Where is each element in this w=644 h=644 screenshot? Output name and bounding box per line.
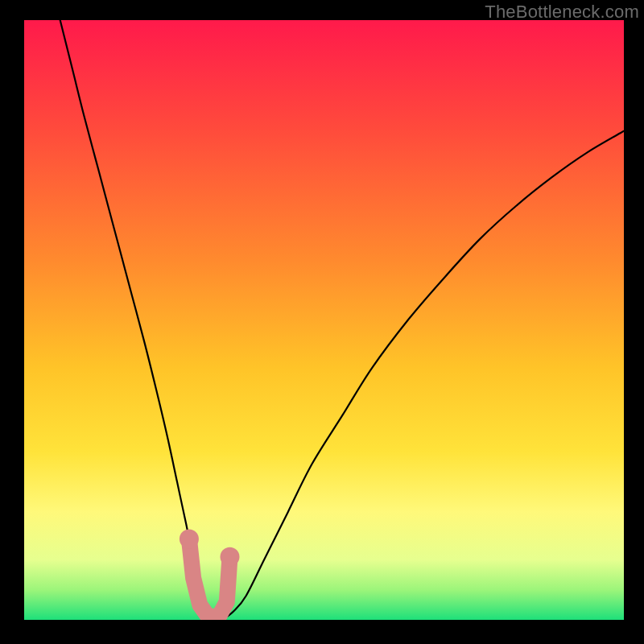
gradient-background [24,20,624,620]
plot-area [24,20,624,620]
series-highlight-marker-endpoint [221,547,240,567]
chart-svg [24,20,624,620]
chart-frame: TheBottleneck.com [0,0,644,644]
series-highlight-marker-endpoint [180,529,199,548]
